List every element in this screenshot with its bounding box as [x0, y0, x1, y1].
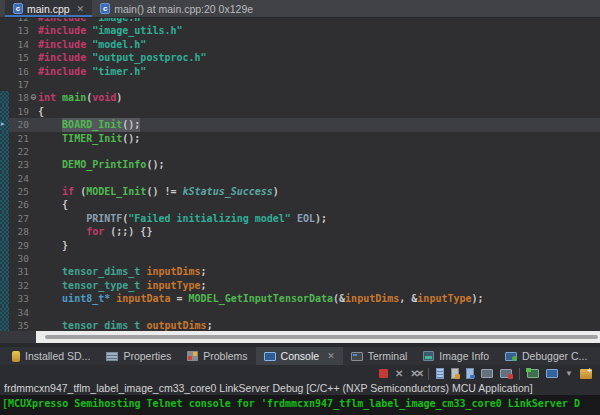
code-line[interactable]: 31 tensor_dims_t inputDims;	[0, 265, 600, 278]
terminate-button[interactable]	[379, 369, 388, 378]
panel-tab-image-info[interactable]: Image Info	[415, 347, 497, 365]
panel-tab-properties[interactable]: Properties	[98, 347, 179, 365]
gutter-ruler[interactable]	[0, 91, 9, 104]
panel-tab-label: Terminal	[368, 350, 408, 362]
line-number: 31	[9, 265, 29, 278]
code-text: #include "image_utils.h"	[38, 24, 183, 37]
gutter-ruler[interactable]	[0, 292, 9, 305]
line-number: 27	[9, 212, 29, 225]
scroll-lock-button[interactable]	[451, 368, 459, 379]
code-line[interactable]: 35 tensor_dims_t outputDims;	[0, 319, 600, 331]
code-line[interactable]: 30	[0, 252, 600, 265]
panel-tab-problems[interactable]: Problems	[179, 347, 255, 365]
remove-all-terminated-button[interactable]	[410, 369, 421, 378]
gutter-ruler[interactable]	[0, 105, 9, 118]
editor-tab[interactable]: main() at main.cpp:20 0x129e	[92, 0, 261, 17]
clear-console-button[interactable]	[436, 368, 444, 379]
debug-pointer-icon: ➤	[0, 118, 5, 131]
scrollbar-thumb[interactable]	[45, 335, 598, 339]
line-number: 15	[9, 51, 29, 64]
gutter-ruler[interactable]	[0, 239, 9, 252]
code-line[interactable]: 17	[0, 78, 600, 91]
scrollbar-corner	[0, 331, 36, 343]
open-console-button[interactable]	[580, 369, 592, 379]
gutter-ruler[interactable]	[0, 145, 9, 158]
code-line[interactable]: 13#include "image_utils.h"	[0, 24, 600, 37]
gutter-ruler[interactable]	[0, 132, 9, 145]
code-line[interactable]: 28 for (;;) {}	[0, 225, 600, 238]
gutter-ruler[interactable]	[0, 212, 9, 225]
console-dropdown-arrow[interactable]	[565, 369, 573, 378]
show-console-on-stderr-button[interactable]	[500, 369, 512, 378]
editor-tab-label: main() at main.cpp:20 0x129e	[114, 3, 253, 15]
code-line[interactable]: 32 tensor_type_t inputType;	[0, 279, 600, 292]
code-text: tensor_dims_t inputDims;	[38, 265, 207, 278]
gutter-ruler[interactable]	[0, 24, 9, 37]
code-text: {	[38, 198, 68, 211]
gutter-ruler[interactable]	[0, 158, 9, 171]
code-line[interactable]: 34	[0, 306, 600, 319]
panel-tab-terminal[interactable]: Terminal	[343, 347, 416, 365]
horizontal-scrollbar[interactable]	[0, 331, 600, 343]
code-line[interactable]: 29 }	[0, 239, 600, 252]
editor-tab[interactable]: main.cpp✕	[5, 0, 92, 17]
fold-marker-icon[interactable]: ⊖	[29, 91, 38, 104]
gutter-ruler[interactable]	[0, 38, 9, 51]
code-line[interactable]: 18⊖int main(void)	[0, 91, 600, 104]
gutter-ruler[interactable]	[0, 172, 9, 185]
code-line[interactable]: 21 TIMER_Init();	[0, 132, 600, 145]
code-line[interactable]: 24	[0, 172, 600, 185]
toolbar-separator	[428, 368, 429, 380]
console-output[interactable]: [MCUXpresso Semihosting Telnet console f…	[0, 395, 600, 415]
word-wrap-button[interactable]	[466, 368, 474, 379]
fold-marker-icon	[29, 239, 38, 252]
gutter-ruler[interactable]	[0, 225, 9, 238]
line-number: 23	[9, 158, 29, 171]
panel-tab-debugger-c[interactable]: Debugger C...	[497, 347, 595, 365]
panel-tab-installed-sd[interactable]: Installed SD...	[4, 347, 98, 365]
code-text: tensor_type_t inputType;	[38, 279, 207, 292]
fold-marker-icon	[29, 145, 38, 158]
code-line[interactable]: 22	[0, 145, 600, 158]
code-line[interactable]: 16#include "timer.h"	[0, 65, 600, 78]
scrollbar-track[interactable]	[36, 331, 600, 343]
code-line[interactable]: 27 PRINTF("Failed initializing model" EO…	[0, 212, 600, 225]
gutter-ruler[interactable]	[0, 319, 9, 331]
pin-console-button[interactable]	[527, 369, 539, 378]
code-line[interactable]: 14#include "model.h"	[0, 38, 600, 51]
gutter-ruler[interactable]	[0, 279, 9, 292]
code-line[interactable]: 19{	[0, 105, 600, 118]
show-console-on-stdout-button[interactable]	[481, 369, 493, 378]
panel-tab-offline-perip[interactable]: Offline Perip...	[595, 347, 600, 365]
line-number: 29	[9, 239, 29, 252]
code-line[interactable]: 15#include "output_postproc.h"	[0, 51, 600, 64]
code-line[interactable]: ➤20 BOARD_Init();	[0, 118, 600, 131]
code-editor[interactable]: 12#include "image.h"13#include "image_ut…	[0, 18, 600, 331]
gutter-ruler[interactable]	[0, 198, 9, 211]
code-line[interactable]: 23 DEMO_PrintInfo();	[0, 158, 600, 171]
editor-tab-label: main.cpp	[27, 3, 70, 15]
remove-launch-button[interactable]	[395, 369, 403, 378]
c-file-icon	[100, 3, 110, 14]
code-text: tensor_dims_t outputDims;	[38, 319, 213, 331]
display-selected-console-button[interactable]	[546, 369, 558, 378]
fold-marker-icon	[29, 51, 38, 64]
gutter-ruler[interactable]	[0, 51, 9, 64]
code-text: BOARD_Init();	[38, 118, 140, 131]
line-number: 19	[9, 105, 29, 118]
gutter-ruler[interactable]	[0, 65, 9, 78]
close-icon[interactable]: ✕	[327, 351, 335, 361]
panel-tab-console[interactable]: Console✕	[256, 347, 343, 365]
gutter-ruler[interactable]	[0, 306, 9, 319]
gutter-ruler[interactable]	[0, 252, 9, 265]
code-line[interactable]: 26 {	[0, 198, 600, 211]
line-number: 14	[9, 38, 29, 51]
gutter-ruler[interactable]: ➤	[0, 118, 9, 131]
fold-marker-icon	[29, 265, 38, 278]
gutter-ruler[interactable]	[0, 78, 9, 91]
gutter-ruler[interactable]	[0, 185, 9, 198]
code-line[interactable]: 25 if (MODEL_Init() != kStatus_Success)	[0, 185, 600, 198]
gutter-ruler[interactable]	[0, 265, 9, 278]
close-icon[interactable]: ✕	[77, 4, 85, 14]
code-line[interactable]: 33 uint8_t* inputData = MODEL_GetInputTe…	[0, 292, 600, 305]
